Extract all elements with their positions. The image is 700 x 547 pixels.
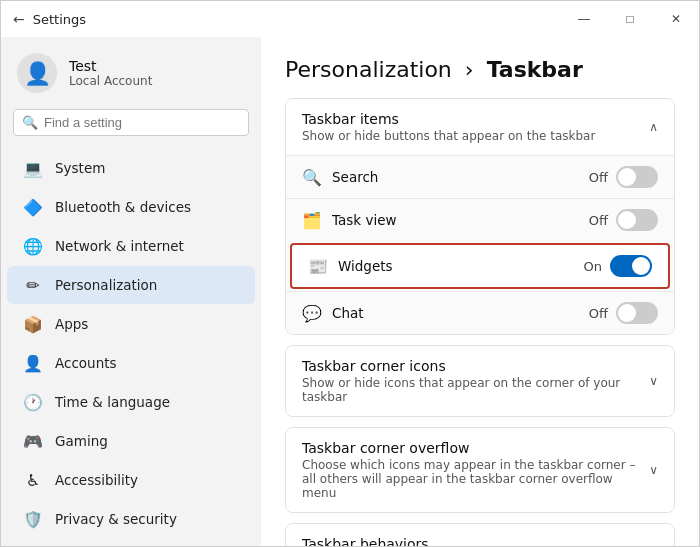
setting-label-chat: 💬 Chat (302, 304, 364, 323)
section-header-taskbar-items[interactable]: Taskbar items Show or hide buttons that … (286, 99, 674, 155)
setting-row-chat: 💬 Chat Off (286, 291, 674, 334)
window-title: Settings (33, 12, 86, 27)
search-box[interactable]: 🔍 (13, 109, 249, 136)
section-taskbar-corner-overflow: Taskbar corner overflow Choose which ico… (285, 427, 675, 513)
search-toggle[interactable] (616, 166, 658, 188)
section-header-taskbar-corner-overflow[interactable]: Taskbar corner overflow Choose which ico… (286, 428, 674, 512)
breadcrumb-current: Taskbar (487, 57, 583, 82)
search-icon: 🔍 (22, 115, 38, 130)
personalization-label: Personalization (55, 277, 157, 293)
section-header-text-taskbar-behaviors: Taskbar behaviors Taskbar alignment, bad… (302, 536, 649, 546)
sidebar-item-gaming[interactable]: 🎮 Gaming (7, 422, 255, 460)
maximize-button[interactable]: □ (607, 1, 653, 37)
system-icon: 💻 (23, 158, 43, 178)
personalization-icon: ✏️ (23, 275, 43, 295)
search-icon: 🔍 (302, 168, 322, 187)
avatar: 👤 (17, 53, 57, 93)
close-button[interactable]: ✕ (653, 1, 699, 37)
accounts-label: Accounts (55, 355, 117, 371)
section-header-text-taskbar-items: Taskbar items Show or hide buttons that … (302, 111, 595, 143)
setting-row-widgets: 📰 Widgets On (290, 243, 670, 289)
user-profile[interactable]: 👤 Test Local Account (1, 37, 261, 105)
section-sub-taskbar-items: Show or hide buttons that appear on the … (302, 129, 595, 143)
widgets-toggle[interactable] (610, 255, 652, 277)
sidebar-item-apps[interactable]: 📦 Apps (7, 305, 255, 343)
accessibility-label: Accessibility (55, 472, 138, 488)
section-taskbar-corner-icons: Taskbar corner icons Show or hide icons … (285, 345, 675, 417)
apps-label: Apps (55, 316, 88, 332)
gaming-label: Gaming (55, 433, 108, 449)
right-panel: Personalization › Taskbar Taskbar items … (261, 37, 699, 546)
chevron-taskbar-items: ∧ (649, 120, 658, 134)
time-label: Time & language (55, 394, 170, 410)
task-view-toggle[interactable] (616, 209, 658, 231)
sidebar-item-network[interactable]: 🌐 Network & internet (7, 227, 255, 265)
task-view-state: Off (589, 213, 608, 228)
section-header-text-taskbar-corner-icons: Taskbar corner icons Show or hide icons … (302, 358, 649, 404)
setting-control-task-view[interactable]: Off (589, 209, 658, 231)
task-view-label: Task view (332, 212, 397, 228)
bluetooth-icon: 🔷 (23, 197, 43, 217)
setting-label-task-view: 🗂️ Task view (302, 211, 397, 230)
chevron-taskbar-corner-overflow: ∨ (649, 463, 658, 477)
sidebar-item-privacy[interactable]: 🛡️ Privacy & security (7, 500, 255, 538)
sidebar-item-accessibility[interactable]: ♿ Accessibility (7, 461, 255, 499)
minimize-button[interactable]: — (561, 1, 607, 37)
setting-control-chat[interactable]: Off (589, 302, 658, 324)
sidebar-item-bluetooth[interactable]: 🔷 Bluetooth & devices (7, 188, 255, 226)
search-input[interactable] (44, 115, 240, 130)
setting-label-search: 🔍 Search (302, 168, 378, 187)
apps-icon: 📦 (23, 314, 43, 334)
setting-label-widgets: 📰 Widgets (308, 257, 393, 276)
chat-state: Off (589, 306, 608, 321)
back-icon[interactable]: ← (13, 11, 25, 27)
titlebar-left: ← Settings (13, 11, 86, 27)
system-label: System (55, 160, 105, 176)
user-info: Test Local Account (69, 58, 152, 88)
privacy-label: Privacy & security (55, 511, 177, 527)
section-header-taskbar-corner-icons[interactable]: Taskbar corner icons Show or hide icons … (286, 346, 674, 416)
sidebar-item-personalization[interactable]: ✏️ Personalization (7, 266, 255, 304)
section-title-taskbar-items: Taskbar items (302, 111, 595, 127)
titlebar-controls: — □ ✕ (561, 1, 699, 37)
sidebar-item-system[interactable]: 💻 System (7, 149, 255, 187)
setting-control-widgets[interactable]: On (584, 255, 652, 277)
accessibility-icon: ♿ (23, 470, 43, 490)
widgets-icon: 📰 (308, 257, 328, 276)
section-title-taskbar-behaviors: Taskbar behaviors (302, 536, 649, 546)
titlebar: ← Settings — □ ✕ (1, 1, 699, 37)
setting-control-search[interactable]: Off (589, 166, 658, 188)
breadcrumb-parent: Personalization (285, 57, 452, 82)
widgets-state: On (584, 259, 602, 274)
section-title-taskbar-corner-icons: Taskbar corner icons (302, 358, 649, 374)
bluetooth-label: Bluetooth & devices (55, 199, 191, 215)
section-body-taskbar-items: 🔍 Search Off 🗂️ Task view Off (286, 155, 674, 334)
breadcrumb: Personalization › Taskbar (285, 57, 675, 82)
network-icon: 🌐 (23, 236, 43, 256)
sidebar-item-time[interactable]: 🕐 Time & language (7, 383, 255, 421)
section-header-text-taskbar-corner-overflow: Taskbar corner overflow Choose which ico… (302, 440, 649, 500)
widgets-label: Widgets (338, 258, 393, 274)
task-view-icon: 🗂️ (302, 211, 322, 230)
search-state: Off (589, 170, 608, 185)
section-sub-taskbar-corner-overflow: Choose which icons may appear in the tas… (302, 458, 649, 500)
chat-label: Chat (332, 305, 364, 321)
sidebar-nav: 💻 System 🔷 Bluetooth & devices 🌐 Network… (1, 148, 261, 546)
section-sub-taskbar-corner-icons: Show or hide icons that appear on the co… (302, 376, 649, 404)
setting-row-task-view: 🗂️ Task view Off (286, 198, 674, 241)
breadcrumb-separator: › (465, 57, 474, 82)
sidebar: 👤 Test Local Account 🔍 💻 System 🔷 Blueto… (1, 37, 261, 546)
section-taskbar-behaviors: Taskbar behaviors Taskbar alignment, bad… (285, 523, 675, 546)
chat-toggle[interactable] (616, 302, 658, 324)
section-title-taskbar-corner-overflow: Taskbar corner overflow (302, 440, 649, 456)
sidebar-item-update[interactable]: 🔄 Windows Update (7, 539, 255, 546)
sidebar-item-accounts[interactable]: 👤 Accounts (7, 344, 255, 382)
main-content: 👤 Test Local Account 🔍 💻 System 🔷 Blueto… (1, 37, 699, 546)
setting-row-search: 🔍 Search Off (286, 155, 674, 198)
user-name: Test (69, 58, 152, 74)
search-label: Search (332, 169, 378, 185)
network-label: Network & internet (55, 238, 184, 254)
section-header-taskbar-behaviors[interactable]: Taskbar behaviors Taskbar alignment, bad… (286, 524, 674, 546)
settings-window: ← Settings — □ ✕ 👤 Test Local Account 🔍 (0, 0, 700, 547)
accounts-icon: 👤 (23, 353, 43, 373)
